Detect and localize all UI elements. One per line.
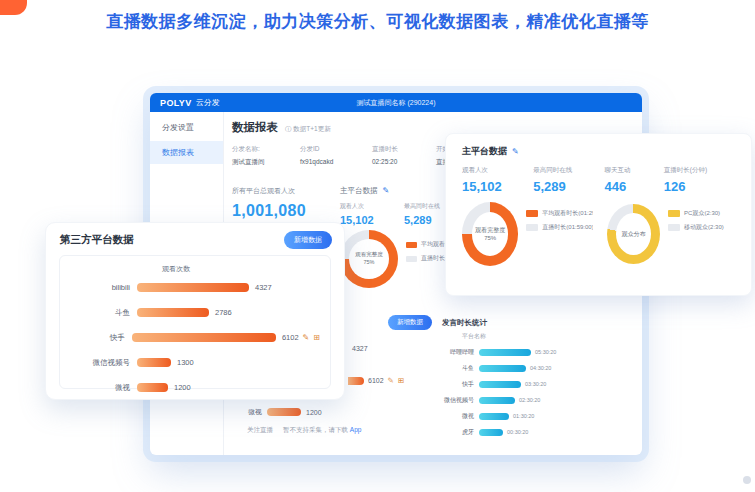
edit-icon[interactable]: ✎ — [303, 333, 310, 342]
back-chart-peek-value: 4327 — [352, 345, 368, 352]
decorative-dot — [743, 476, 751, 484]
table-row: 虎牙00:30:20 — [422, 424, 572, 440]
bar — [479, 413, 509, 420]
bar-row-wechat-channels: 微信视频号 1300 — [70, 350, 320, 375]
bar-row-kuaishou: 快手 6102 ✎ ⊞ — [70, 325, 320, 350]
card-title: 第三方平台数据 — [60, 233, 134, 247]
table-row: 快手03:30:20 — [422, 376, 572, 392]
donut-chart-completion: 观看完整度 75% — [462, 202, 518, 266]
duration-column-header: 平台名称 — [462, 332, 572, 341]
total-views-value: 1,001,080 — [232, 202, 306, 220]
more-icon[interactable]: ⊞ — [398, 376, 404, 385]
main-platform-stats: 观看人次 15,102 最高同时在线 5,289 聊天互动 446 直播时长(分… — [462, 166, 735, 194]
table-row: 哔哩哔哩05:30:20 — [422, 344, 572, 360]
sidebar-item-distribution-settings[interactable]: 分发设置 — [150, 112, 223, 141]
polyv-logo: POLYV — [160, 98, 192, 108]
bar — [479, 349, 531, 356]
app-link[interactable]: App — [350, 426, 362, 433]
bar — [267, 408, 301, 416]
main-platform-donuts: 观看完整度 75% 平均观看时长(01:29:00) 直播时长(01:59:00… — [462, 202, 735, 266]
duration-table: 平台名称 哔哩哔哩05:30:20 斗鱼04:30:20 快手03:30:20 … — [422, 332, 572, 440]
bar — [479, 397, 515, 404]
donut-chart-completion: 观看完整度 75% — [340, 230, 398, 288]
stat-peak-online: 最高同时在线 5,289 — [533, 166, 604, 194]
bar-row-weishi: 微视 1200 — [70, 375, 320, 400]
page-subtitle: ⓘ 数据T+1更新 — [285, 125, 331, 132]
stat-chat-interactions: 聊天互动 446 — [604, 166, 663, 194]
sidebar-item-data-report[interactable]: 数据报表 — [150, 141, 223, 164]
stat-views: 观看人次 15,102 — [340, 202, 404, 226]
room-title: 测试直播间名称 (290224) — [150, 98, 642, 108]
add-data-button[interactable]: 新增数据 — [284, 231, 332, 249]
legend-swatch — [526, 224, 538, 231]
edit-icon[interactable]: ✎ — [383, 186, 390, 195]
card-title: 主平台数据 — [462, 146, 507, 156]
marketing-screenshot: 直播数据多维沉淀，助力决策分析、可视化数据图表，精准优化直播等 POLYV 云分… — [0, 0, 755, 492]
bar — [137, 283, 249, 292]
add-data-button[interactable]: 新增数据 — [388, 315, 432, 330]
window-titlebar: POLYV 云分发 测试直播间名称 (290224) — [150, 93, 642, 112]
legend-swatch — [668, 210, 680, 217]
stat-views: 观看人次 15,102 — [462, 166, 533, 194]
bar — [132, 333, 276, 342]
edit-icon[interactable]: ✎ — [388, 376, 394, 385]
legend-swatch — [406, 242, 417, 248]
back-chart-peek-row-weishi: 微视 1200 — [248, 407, 322, 417]
completion-legend: 平均观看时长(01:29:00) 直播时长(01:59:00) — [526, 209, 593, 237]
audience-legend: PC观众(2:30) 移动观众(2:30) — [668, 209, 735, 237]
bar — [137, 383, 168, 392]
views-bar-chart: 观看次数 bilibili 4327 斗鱼 2786 快手 6102 ✎ ⊞ 微… — [59, 255, 331, 389]
bar — [479, 381, 521, 388]
bar — [348, 377, 364, 385]
total-views-stat: 所有平台总观看人次 1,001,080 — [232, 186, 306, 220]
duration-section-title: 发言时长统计 — [442, 318, 487, 328]
donut-chart-audience: 观众分布 — [607, 204, 660, 264]
third-party-platform-card: 第三方平台数据 新增数据 观看次数 bilibili 4327 斗鱼 2786 … — [45, 222, 345, 400]
chart-header: 观看次数 — [162, 264, 320, 274]
bar — [137, 308, 209, 317]
info-distribution-name: 分发名称: 测试直播间 — [232, 145, 300, 167]
page-title: 数据报表ⓘ 数据T+1更新 — [232, 120, 331, 135]
legend-swatch — [526, 210, 538, 217]
table-row: 微信视频号02:30:20 — [422, 392, 572, 408]
bar — [479, 365, 526, 372]
stat-live-minutes: 直播时长(分钟) 126 — [664, 166, 735, 194]
collection-footnote: 关注直播暂不支持采集，请下载 App — [247, 426, 361, 435]
bar — [137, 358, 171, 367]
page-headline: 直播数据多维沉淀，助力决策分析、可视化数据图表，精准优化直播等 — [0, 10, 755, 33]
bar-row-douyu: 斗鱼 2786 — [70, 300, 320, 325]
info-distribution-id: 分发ID fx91qdcakd — [300, 145, 372, 167]
table-row: 微视01:30:20 — [422, 408, 572, 424]
table-row: 斗鱼04:30:20 — [422, 360, 572, 376]
bar-row-bilibili: bilibili 4327 — [70, 275, 320, 300]
info-live-duration: 直播时长 02:25:20 — [372, 145, 436, 167]
more-icon[interactable]: ⊞ — [313, 333, 320, 342]
main-platform-card: 主平台数据✎ 观看人次 15,102 最高同时在线 5,289 聊天互动 446… — [445, 133, 752, 296]
back-chart-peek-row-kuaishou: 6102 ✎ ⊞ — [348, 376, 404, 385]
bar — [479, 429, 503, 436]
legend-swatch — [406, 256, 417, 262]
duration-section-header: 新增数据 发言时长统计 — [388, 315, 487, 330]
edit-icon[interactable]: ✎ — [512, 147, 519, 156]
legend-swatch — [668, 224, 680, 231]
brand-product-name: 云分发 — [196, 97, 220, 108]
